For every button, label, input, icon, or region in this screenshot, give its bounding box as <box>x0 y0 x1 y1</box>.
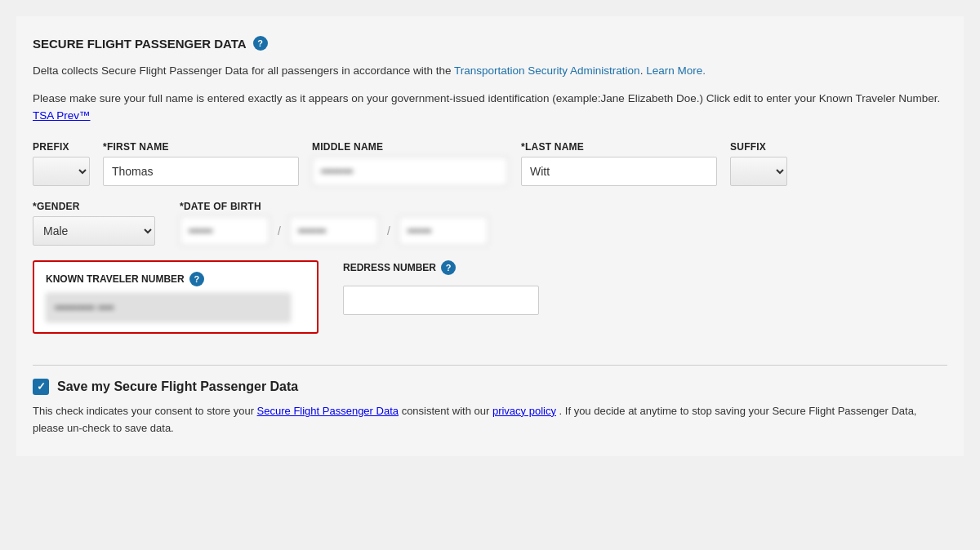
sfpd-link[interactable]: Secure Flight Passenger Data <box>257 405 399 417</box>
save-row: Save my Secure Flight Passenger Data <box>33 379 947 395</box>
save-checkbox[interactable] <box>33 379 49 395</box>
save-label: Save my Secure Flight Passenger Data <box>57 379 298 394</box>
section-info-icon[interactable]: ? <box>253 36 268 51</box>
dob-day-input[interactable] <box>289 216 379 246</box>
known-traveler-section: KNOWN TRAVELER NUMBER ? <box>33 260 318 334</box>
divider <box>33 365 947 366</box>
section-title: SECURE FLIGHT PASSENGER DATA ? <box>33 36 947 51</box>
dob-field-group: *DATE OF BIRTH / / <box>180 201 488 246</box>
first-name-field-group: *FIRST NAME <box>103 141 299 186</box>
middle-name-field-group: MIDDLE NAME <box>312 141 508 186</box>
description-1: Delta collects Secure Flight Passenger D… <box>33 62 947 80</box>
redress-field-group: REDRESS NUMBER ? <box>343 260 539 315</box>
gender-dob-row: *GENDER Male Female *DATE OF BIRTH / / <box>33 201 947 246</box>
suffix-label: SUFFIX <box>730 141 787 153</box>
desc1-text: Delta collects Secure Flight Passenger D… <box>33 64 454 77</box>
dob-sep2: / <box>387 224 390 237</box>
tsa-prev-link[interactable]: TSA Prev™ <box>33 109 91 122</box>
learn-more-link[interactable]: Learn More. <box>646 64 706 77</box>
ktn-label-text: KNOWN TRAVELER NUMBER <box>46 273 185 285</box>
first-name-label: *FIRST NAME <box>103 141 299 153</box>
name-row: PREFIX Mr Mrs Ms Dr *FIRST NAME MIDDLE N… <box>33 141 947 186</box>
middle-name-input[interactable] <box>312 157 508 186</box>
gender-field-group: *GENDER Male Female <box>33 201 155 246</box>
secure-flight-form: SECURE FLIGHT PASSENGER DATA ? Delta col… <box>16 16 964 456</box>
dob-month-input[interactable] <box>180 216 270 246</box>
consent-text: This check indicates your consent to sto… <box>33 403 931 437</box>
redress-input[interactable] <box>343 286 539 315</box>
description-2: Please make sure your full name is enter… <box>33 90 947 125</box>
gender-select[interactable]: Male Female <box>33 216 155 246</box>
ktn-label-row: KNOWN TRAVELER NUMBER ? <box>46 272 305 286</box>
suffix-field-group: SUFFIX Jr Sr II III <box>730 141 787 186</box>
tsa-link[interactable]: Transportation Security Administration <box>454 64 640 77</box>
dob-label: *DATE OF BIRTH <box>180 201 488 212</box>
prefix-label: PREFIX <box>33 141 90 153</box>
suffix-select[interactable]: Jr Sr II III <box>730 157 787 186</box>
ktn-info-icon[interactable]: ? <box>189 272 204 286</box>
last-name-input[interactable] <box>521 157 717 186</box>
prefix-field-group: PREFIX Mr Mrs Ms Dr <box>33 141 90 186</box>
last-name-label: *LAST NAME <box>521 141 717 153</box>
consent-part1: This check indicates your consent to sto… <box>33 405 257 417</box>
privacy-link[interactable]: privacy policy <box>492 405 556 417</box>
gender-label: *GENDER <box>33 201 155 212</box>
dob-year-input[interactable] <box>399 216 488 246</box>
consent-part2: consistent with our <box>402 405 492 417</box>
desc2-text: Please make sure your full name is enter… <box>33 92 940 104</box>
dob-sep1: / <box>278 224 281 237</box>
ktn-input[interactable] <box>46 293 291 322</box>
last-name-field-group: *LAST NAME <box>521 141 717 186</box>
redress-info-icon[interactable]: ? <box>441 260 456 275</box>
prefix-select[interactable]: Mr Mrs Ms Dr <box>33 157 90 186</box>
ktn-redress-row: KNOWN TRAVELER NUMBER ? REDRESS NUMBER ? <box>33 260 947 348</box>
redress-label-row: REDRESS NUMBER ? <box>343 260 539 275</box>
redress-label-text: REDRESS NUMBER <box>343 262 436 273</box>
first-name-input[interactable] <box>103 157 299 186</box>
middle-name-label: MIDDLE NAME <box>312 141 508 153</box>
dob-inputs: / / <box>180 216 488 246</box>
section-title-text: SECURE FLIGHT PASSENGER DATA <box>33 37 247 51</box>
